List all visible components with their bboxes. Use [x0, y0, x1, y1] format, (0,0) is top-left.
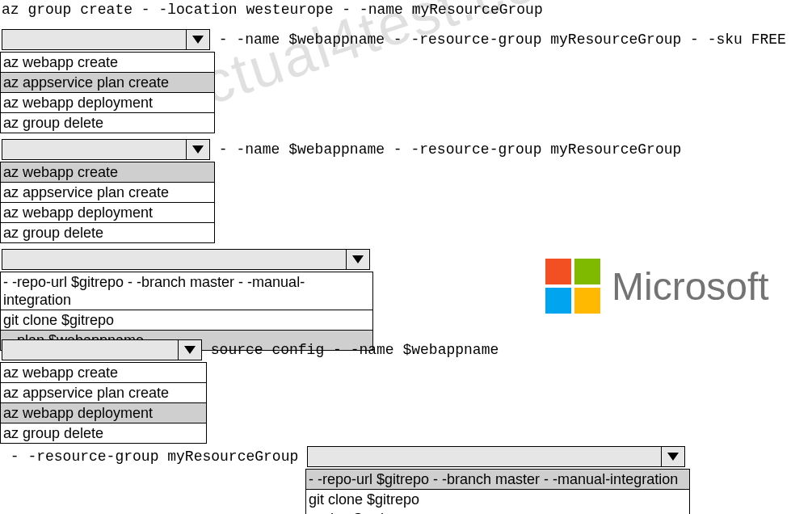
chevron-down-icon [192, 145, 204, 154]
ms-tile-tr [574, 259, 600, 284]
dropdown-option[interactable]: az webapp deployment [1, 93, 214, 113]
dropdown-option[interactable]: az webapp deployment [1, 203, 214, 223]
command-5-prefix: - -resource-group myResourceGroup [2, 449, 307, 465]
dropdown-option[interactable]: - -repo-url $gitrepo - -branch master - … [1, 272, 372, 310]
chevron-down-icon [667, 453, 679, 461]
dropdown-1[interactable] [2, 29, 210, 50]
dropdown-option[interactable]: - -plan $webappname [306, 509, 689, 514]
dropdown-2-options[interactable]: az webapp createaz appservice plan creat… [0, 162, 215, 243]
dropdown-2[interactable] [2, 139, 210, 160]
dropdown-5-options[interactable]: - -repo-url $gitrepo - -branch master - … [305, 469, 690, 514]
dropdown-option[interactable]: az webapp create [1, 53, 214, 73]
command-2-tail: - -name $webappname - -resource-group my… [210, 141, 681, 158]
ms-tile-tl [545, 259, 571, 284]
svg-marker-1 [192, 145, 204, 154]
dropdown-option[interactable]: az webapp create [1, 363, 206, 383]
chevron-down-icon [184, 346, 196, 354]
dropdown-option[interactable]: az group delete [1, 423, 206, 443]
svg-marker-0 [192, 36, 204, 44]
command-1-tail: - -name $webappname - -resource-group my… [210, 32, 786, 48]
dropdown-3[interactable] [2, 249, 370, 270]
ms-tile-bl [545, 288, 571, 314]
dropdown-4-toggle[interactable] [178, 340, 201, 360]
dropdown-option[interactable]: az group delete [1, 223, 214, 242]
command-line-0: az group create - -location westeurope -… [2, 2, 543, 18]
dropdown-option[interactable]: - -repo-url $gitrepo - -branch master - … [306, 470, 689, 490]
svg-marker-2 [352, 255, 364, 263]
dropdown-5[interactable] [307, 446, 685, 467]
dropdown-option[interactable]: az webapp create [1, 162, 214, 183]
dropdown-option[interactable]: az appservice plan create [1, 383, 206, 403]
dropdown-4-options[interactable]: az webapp createaz appservice plan creat… [0, 362, 207, 444]
dropdown-5-toggle[interactable] [661, 447, 684, 466]
dropdown-3-toggle[interactable] [346, 250, 369, 269]
svg-marker-4 [667, 453, 679, 461]
dropdown-2-toggle[interactable] [186, 140, 209, 159]
chevron-down-icon [352, 255, 364, 263]
dropdown-option[interactable]: az appservice plan create [1, 183, 214, 203]
ms-tile-br [574, 288, 600, 314]
microsoft-wordmark: Microsoft [612, 264, 769, 309]
dropdown-option[interactable]: git clone $gitrepo [306, 490, 689, 509]
dropdown-4[interactable] [2, 339, 202, 360]
watermark-text: actual4test.com [162, 0, 592, 128]
dropdown-option[interactable]: az webapp deployment [1, 403, 206, 423]
command-4-tail: source config - -name $webappname [202, 342, 499, 358]
dropdown-option[interactable]: az group delete [1, 113, 214, 133]
microsoft-logo: Microsoft [545, 259, 769, 314]
svg-marker-3 [184, 346, 196, 354]
dropdown-option[interactable]: az appservice plan create [1, 73, 214, 93]
chevron-down-icon [192, 36, 204, 44]
dropdown-1-toggle[interactable] [186, 30, 209, 49]
dropdown-1-options[interactable]: az webapp createaz appservice plan creat… [0, 52, 215, 133]
dropdown-option[interactable]: git clone $gitrepo [1, 310, 372, 331]
